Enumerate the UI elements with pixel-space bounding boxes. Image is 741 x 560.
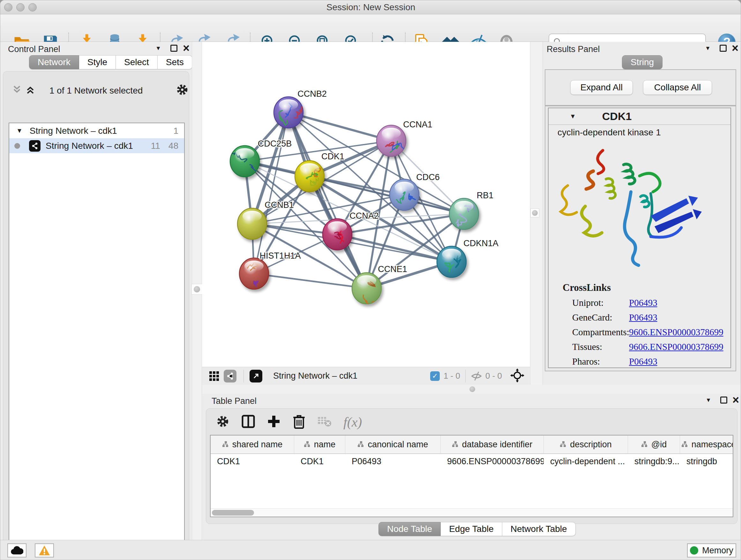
string-network-graph[interactable]: CCNB2CCNA1CDC25BCDK1CDC6RB1CCNB1CCNA2CDK… (202, 42, 530, 367)
birds-eye-view-button[interactable] (208, 370, 220, 382)
node-RB1[interactable] (449, 198, 479, 230)
edge-CCNB2-HIST1H1A[interactable] (254, 112, 288, 273)
close-window-button[interactable] (4, 3, 12, 11)
left-splitter-handle[interactable] (192, 284, 202, 295)
horizontal-splitter[interactable] (202, 385, 741, 394)
node-CCNB1[interactable] (238, 208, 267, 240)
table-panel: Table Panel ▼ × (202, 394, 741, 540)
chevron-down-icon: ▼ (705, 45, 711, 52)
column-header[interactable]: database identifier (441, 435, 544, 453)
results-panel-float-button[interactable] (720, 42, 727, 55)
table-cell[interactable]: CDK1 (294, 456, 345, 466)
node-table[interactable]: shared namenamecanonical namedatabase id… (210, 435, 733, 517)
delete-table-button (317, 416, 332, 428)
delete-column-button[interactable] (292, 414, 306, 430)
crosshair-icon (510, 368, 524, 382)
minimize-window-button[interactable] (16, 3, 24, 11)
node-CCNA1[interactable] (377, 125, 406, 157)
table-cell[interactable]: stringdb:9... (628, 456, 680, 466)
expand-all-button[interactable]: Expand All (570, 80, 633, 95)
gene-description: cyclin-dependent kinase 1 (549, 125, 731, 138)
warnings-button[interactable] (35, 543, 54, 557)
results-panel-menu-button[interactable]: ▼ (705, 42, 711, 55)
selected-nodes-checkbox[interactable]: ✓ (430, 371, 440, 381)
network-options-button[interactable] (176, 83, 189, 98)
right-splitter-handle[interactable] (530, 208, 539, 217)
close-icon: × (732, 394, 739, 406)
results-panel-close-button[interactable]: × (732, 42, 738, 55)
node-CDC25B[interactable] (230, 145, 259, 179)
crosslink-value[interactable]: P06493 (629, 356, 657, 367)
control-panel-close-button[interactable]: × (183, 42, 190, 55)
table-cell[interactable]: P06493 (345, 456, 441, 466)
node-CDC6[interactable] (390, 179, 419, 210)
network-type-button[interactable] (224, 370, 237, 382)
control-panel-float-button[interactable] (171, 42, 178, 55)
network-canvas[interactable]: CCNB2CCNA1CDC25BCDK1CDC6RB1CCNB1CCNA2CDK… (202, 42, 530, 367)
network-collection-row[interactable]: ▼ String Network – cdk1 1 (9, 123, 184, 138)
right-splitter[interactable] (530, 42, 543, 394)
table-horizontal-scrollbar[interactable] (211, 508, 733, 516)
memory-button[interactable]: Memory (687, 543, 736, 557)
crosslink-value[interactable]: 9606.ENSP00000378699 (629, 327, 724, 337)
crosslink-value[interactable]: 9606.ENSP00000378699 (629, 341, 724, 352)
tab-style[interactable]: Style (79, 55, 116, 69)
table-cell[interactable]: stringdb (680, 456, 733, 466)
tab-select[interactable]: Select (116, 55, 158, 69)
edge-CCNB2-CCNE1[interactable] (288, 112, 367, 288)
crosslink-row: Uniprot:P06493 (572, 295, 731, 310)
statusbar-separator (465, 370, 466, 382)
crosslink-value[interactable]: P06493 (629, 298, 657, 308)
application-window: Session: New Session (0, 0, 741, 560)
table-cell[interactable]: cyclin-dependent ... (544, 456, 628, 466)
column-header[interactable]: shared name (211, 435, 294, 453)
tab-sets[interactable]: Sets (158, 55, 192, 69)
fit-content-button[interactable] (510, 368, 524, 384)
zoom-window-button[interactable] (28, 3, 37, 11)
tab-edge-table[interactable]: Edge Table (441, 522, 502, 536)
tree-expand-icon[interactable]: ▼ (16, 127, 23, 134)
collapse-gene-icon[interactable]: ▼ (569, 113, 576, 120)
open-in-window-button[interactable] (250, 370, 262, 382)
column-label: @id (651, 440, 667, 449)
table-panel-float-button[interactable] (720, 394, 727, 407)
tab-network-table[interactable]: Network Table (502, 522, 576, 536)
gene-card-header[interactable]: ▼ CDK1 (549, 108, 731, 125)
node-HIST1H1A[interactable] (239, 258, 269, 289)
table-options-button[interactable] (216, 415, 230, 430)
collapse-all-button[interactable]: Collapse All (643, 80, 712, 95)
scrollbar-thumb[interactable] (212, 510, 254, 516)
close-icon: × (183, 43, 190, 54)
main-toolbar: ? (0, 14, 741, 42)
table-panel-close-button[interactable]: × (732, 394, 739, 407)
node-CCNE1[interactable] (352, 273, 381, 307)
column-header[interactable]: namespace (680, 435, 733, 453)
table-panel-menu-button[interactable]: ▼ (705, 394, 711, 407)
crosslink-value[interactable]: P06493 (629, 312, 657, 323)
table-cell[interactable]: 9606.ENSP00000378699 (441, 456, 544, 466)
show-columns-button[interactable] (241, 415, 255, 430)
tab-string[interactable]: String (622, 55, 663, 69)
tab-node-table[interactable]: Node Table (379, 522, 441, 536)
node-CDKN1A[interactable] (437, 246, 466, 277)
crosslinks-title: CrossLinks (562, 282, 731, 294)
node-CCNB2[interactable] (274, 97, 303, 128)
column-header[interactable]: name (294, 435, 345, 453)
cloud-button[interactable] (7, 543, 26, 557)
network-row-selected[interactable]: String Network – cdk1 11 48 (9, 138, 184, 153)
hierarchy-icon (452, 441, 459, 448)
table-row[interactable]: CDK1CDK1P064939606.ENSP00000378699cyclin… (211, 454, 733, 469)
node-label-RB1: RB1 (477, 191, 494, 200)
column-header[interactable]: @id (628, 435, 680, 453)
add-column-button[interactable] (267, 415, 281, 430)
node-label-CDK1: CDK1 (321, 152, 344, 161)
control-panel-menu-button[interactable]: ▼ (155, 42, 161, 55)
node-CDK1[interactable] (295, 161, 324, 192)
tab-network[interactable]: Network (29, 55, 79, 69)
node-CCNA2[interactable] (323, 219, 352, 250)
splitter-dot-icon (532, 210, 538, 216)
column-header[interactable]: canonical name (345, 435, 441, 453)
table-cell[interactable]: CDK1 (211, 456, 294, 466)
column-header[interactable]: description (544, 435, 628, 453)
edge-HIST1H1A-CCNE1[interactable] (254, 273, 367, 288)
